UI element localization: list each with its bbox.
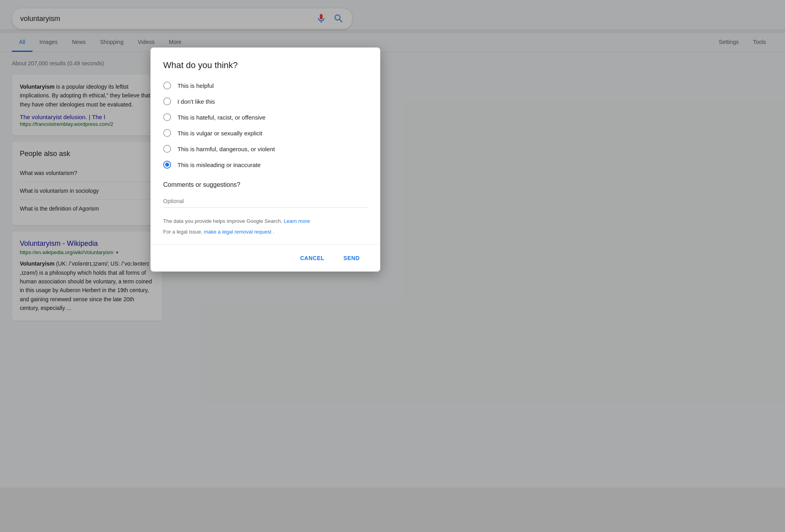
cancel-button[interactable]: CANCEL [292, 251, 332, 265]
privacy-text: The data you provide helps improve Googl… [163, 217, 368, 226]
send-button[interactable]: SEND [335, 251, 368, 265]
radio-label-harmful: This is harmful, dangerous, or violent [177, 146, 275, 152]
radio-hateful[interactable]: This is hateful, racist, or offensive [163, 113, 368, 121]
radio-circle-harmful [163, 145, 171, 153]
comments-section: Comments or suggestions? [163, 181, 368, 208]
radio-label-dont-like: I don't like this [177, 98, 215, 105]
radio-circle-misleading [163, 161, 171, 169]
legal-text: For a legal issue, make a legal removal … [163, 229, 368, 235]
radio-circle-dont-like [163, 97, 171, 105]
radio-circle-vulgar [163, 129, 171, 137]
radio-helpful[interactable]: This is helpful [163, 82, 368, 89]
radio-circle-helpful [163, 82, 171, 89]
radio-vulgar[interactable]: This is vulgar or sexually explicit [163, 129, 368, 137]
radio-label-vulgar: This is vulgar or sexually explicit [177, 130, 262, 137]
radio-dont-like[interactable]: I don't like this [163, 97, 368, 105]
legal-removal-link[interactable]: make a legal removal request [204, 229, 272, 235]
radio-label-hateful: This is hateful, racist, or offensive [177, 114, 265, 121]
radio-group: This is helpful I don't like this This i… [163, 82, 368, 169]
radio-circle-hateful [163, 113, 171, 121]
comments-input[interactable] [163, 195, 368, 208]
feedback-modal: What do you think? This is helpful I don… [151, 48, 380, 272]
radio-label-helpful: This is helpful [177, 82, 214, 89]
modal-actions: CANCEL SEND [163, 245, 368, 272]
modal-overlay[interactable] [0, 0, 785, 532]
learn-more-link[interactable]: Learn more [284, 218, 310, 224]
radio-harmful[interactable]: This is harmful, dangerous, or violent [163, 145, 368, 153]
radio-label-misleading: This is misleading or inaccurate [177, 162, 261, 168]
comments-title: Comments or suggestions? [163, 181, 368, 188]
radio-misleading[interactable]: This is misleading or inaccurate [163, 161, 368, 169]
modal-title: What do you think? [163, 60, 368, 70]
